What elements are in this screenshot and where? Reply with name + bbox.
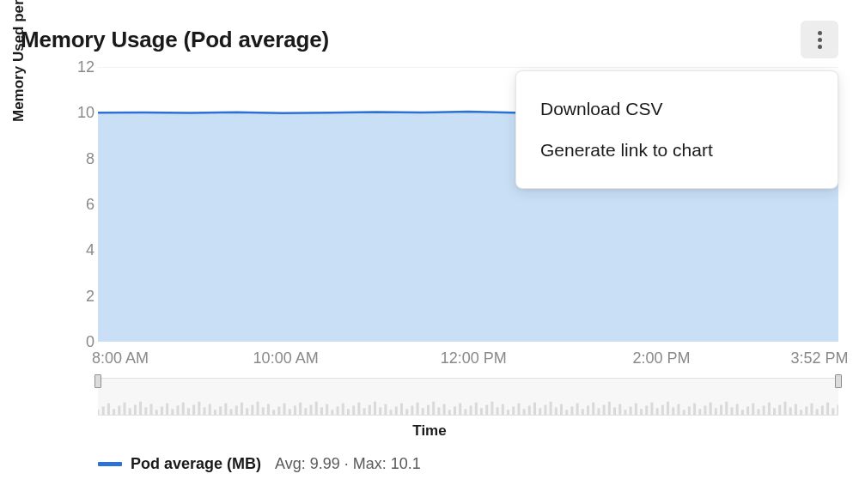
x-tick-0: 8:00 AM [92,349,149,367]
y-tick-0: 0 [60,333,94,351]
y-tick-8: 8 [60,149,94,167]
x-tick-2: 12:00 PM [441,349,507,367]
generate-link-item[interactable]: Generate link to chart [516,130,838,171]
kebab-icon [818,31,822,49]
chart-menu-button[interactable] [801,21,838,58]
legend-swatch [98,462,122,466]
legend-series-name: Pod average (MB) [131,455,261,473]
y-tick-6: 6 [60,196,94,214]
chart-menu-dropdown: Download CSV Generate link to chart [515,70,838,189]
x-tick-1: 10:00 AM [253,349,319,367]
range-handle-right[interactable] [835,374,842,388]
page-title: Memory Usage (Pod average) [21,27,329,53]
range-handle-left[interactable] [94,374,101,388]
y-axis-label: Memory Used per Pod (MB) [10,0,27,122]
time-range-minimap[interactable] [98,378,838,416]
x-tick-4: 3:52 PM [790,349,848,367]
x-tick-3: 2:00 PM [632,349,690,367]
download-csv-item[interactable]: Download CSV [516,88,838,130]
y-tick-4: 4 [60,241,94,259]
y-tick-2: 2 [60,287,94,305]
y-tick-12: 12 [60,58,94,76]
y-tick-10: 10 [60,104,94,122]
x-axis-label: Time [0,422,859,440]
legend-stats: Avg: 9.99 · Max: 10.1 [275,455,421,473]
chart-legend: Pod average (MB) Avg: 9.99 · Max: 10.1 [98,455,859,473]
